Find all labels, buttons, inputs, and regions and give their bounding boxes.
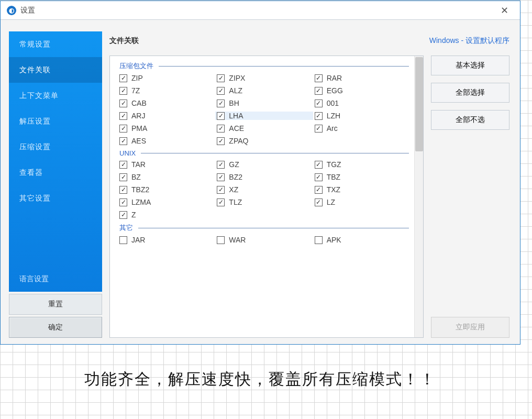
group-other: 其它 JAR WAR APK — [119, 223, 409, 244]
checkbox-egg[interactable]: EGG — [315, 86, 409, 95]
checkbox-icon — [119, 186, 127, 194]
checkbox-icon — [217, 173, 225, 181]
button-label: 全部不选 — [456, 115, 485, 125]
checkbox-arj[interactable]: ARJ — [119, 112, 214, 120]
checkbox-tgz[interactable]: TGZ — [315, 160, 409, 169]
right-column: 基本选择 全部选择 全部不选 立即应用 — [431, 56, 509, 338]
checkbox-label: LHA — [229, 112, 243, 120]
sidebar-item-label: 语言设置 — [19, 274, 49, 284]
checkbox-cab[interactable]: CAB — [119, 99, 214, 107]
checkbox-war[interactable]: WAR — [217, 236, 311, 244]
button-label: 重置 — [48, 300, 63, 309]
checkbox-label: ZIP — [131, 74, 143, 82]
close-icon[interactable]: ✕ — [495, 3, 514, 18]
checkbox-001[interactable]: 001 — [315, 99, 409, 107]
checkbox-label: LZH — [327, 112, 340, 120]
select-none-button[interactable]: 全部不选 — [431, 110, 509, 130]
checkbox-tar[interactable]: TAR — [119, 160, 214, 169]
checkbox-label: TAR — [131, 160, 146, 169]
checkbox-icon — [119, 236, 127, 244]
checkbox-icon — [315, 236, 323, 244]
checkbox-label: PMA — [131, 124, 147, 133]
checkbox-label: EGG — [327, 86, 343, 95]
checkbox-zip[interactable]: ZIP — [119, 74, 214, 82]
checkbox-lz[interactable]: LZ — [315, 198, 409, 206]
scrollbar[interactable] — [414, 56, 423, 337]
sidebar-item-general[interactable]: 常规设置 — [9, 31, 102, 57]
sidebar-item-extract[interactable]: 解压设置 — [9, 108, 102, 134]
select-all-button[interactable]: 全部选择 — [431, 83, 509, 103]
checkbox-label: AES — [131, 137, 146, 145]
sidebar-item-language[interactable]: 语言设置 — [9, 266, 102, 292]
checkbox-icon — [217, 74, 225, 82]
checkbox-label: WAR — [229, 236, 246, 244]
checkbox-icon — [217, 125, 225, 133]
page-title: 文件关联 — [109, 36, 139, 46]
button-label: 基本选择 — [456, 61, 485, 70]
checkbox-alz[interactable]: ALZ — [217, 86, 311, 95]
checkbox-jar[interactable]: JAR — [119, 236, 214, 244]
checkbox-label: TGZ — [327, 160, 341, 169]
sidebar-item-other[interactable]: 其它设置 — [9, 185, 102, 211]
checkbox-bz[interactable]: BZ — [119, 173, 214, 181]
checkbox-zpaq[interactable]: ZPAQ — [217, 137, 311, 145]
sidebar-item-context-menu[interactable]: 上下文菜单 — [9, 83, 102, 108]
checkbox-tbz[interactable]: TBZ — [315, 173, 409, 181]
checkbox-label: TBZ2 — [131, 185, 149, 194]
checkbox-xz[interactable]: XZ — [217, 185, 311, 194]
checkbox-bh[interactable]: BH — [217, 99, 311, 107]
checkbox-lzma[interactable]: LZMA — [119, 198, 214, 206]
windows-default-link[interactable]: Windows - 设置默认程序 — [429, 36, 509, 46]
checkbox-zipx[interactable]: ZIPX — [217, 74, 311, 82]
checkbox-aes[interactable]: AES — [119, 137, 214, 145]
checkbox-icon — [119, 112, 127, 120]
checkbox-z[interactable]: Z — [119, 211, 214, 219]
checkbox-arc[interactable]: Arc — [315, 124, 409, 133]
checkbox-label: ALZ — [229, 86, 242, 95]
main-header: 文件关联 Windows - 设置默认程序 — [109, 31, 509, 50]
checkbox-gz[interactable]: GZ — [217, 160, 311, 169]
checkbox-icon — [119, 199, 127, 206]
ok-button[interactable]: 确定 — [9, 317, 102, 338]
checkbox-label: LZMA — [131, 198, 151, 206]
checkbox-icon — [217, 236, 225, 244]
sidebar-item-compress[interactable]: 压缩设置 — [9, 134, 102, 160]
checkbox-icon — [217, 186, 225, 194]
apply-button[interactable]: 立即应用 — [431, 317, 509, 338]
button-label: 全部选择 — [456, 88, 485, 97]
checkbox-icon — [217, 87, 225, 95]
checkbox-lzh[interactable]: LZH — [315, 112, 409, 120]
basic-select-button[interactable]: 基本选择 — [431, 56, 509, 75]
checkbox-label: BH — [229, 99, 239, 107]
scroll-thumb[interactable] — [415, 57, 423, 151]
checkbox-icon — [119, 173, 127, 181]
checkbox-icon — [315, 87, 323, 95]
sidebar: 常规设置 文件关联 上下文菜单 解压设置 压缩设置 查看器 其它设置 语言设置 … — [9, 31, 102, 338]
sidebar-item-file-assoc[interactable]: 文件关联 — [9, 57, 102, 83]
checkbox-label: 7Z — [131, 86, 140, 95]
sidebar-item-label: 压缩设置 — [19, 142, 51, 152]
checkbox-rar[interactable]: RAR — [315, 74, 409, 82]
checkbox-lha[interactable]: LHA — [215, 112, 313, 120]
reset-button[interactable]: 重置 — [9, 294, 102, 315]
sidebar-item-label: 解压设置 — [19, 117, 51, 126]
checkbox-icon — [119, 87, 127, 95]
checkbox-label: TBZ — [327, 173, 340, 181]
file-types-panel: 压缩包文件 ZIP ZIPX RAR 7Z ALZ EGG CAB BH 001 — [109, 56, 424, 338]
checkbox-label: ACE — [229, 124, 244, 133]
checkbox-tbz2[interactable]: TBZ2 — [119, 185, 214, 194]
settings-window: ◐ 设置 ✕ 常规设置 文件关联 上下文菜单 解压设置 压缩设置 查看器 其它设… — [0, 1, 520, 345]
checkbox-label: RAR — [327, 74, 342, 82]
checkbox-txz[interactable]: TXZ — [315, 185, 409, 194]
checkbox-7z[interactable]: 7Z — [119, 86, 214, 95]
button-label: 确定 — [48, 323, 63, 332]
checkbox-ace[interactable]: ACE — [217, 124, 311, 133]
checkbox-pma[interactable]: PMA — [119, 124, 214, 133]
checkbox-bz2[interactable]: BZ2 — [217, 173, 311, 181]
sidebar-item-viewer[interactable]: 查看器 — [9, 160, 102, 185]
checkbox-tlz[interactable]: TLZ — [217, 198, 311, 206]
checkbox-label: XZ — [229, 185, 238, 194]
checkbox-icon — [315, 199, 323, 206]
checkbox-apk[interactable]: APK — [315, 236, 409, 244]
link-prefix: Windows - — [429, 36, 465, 45]
